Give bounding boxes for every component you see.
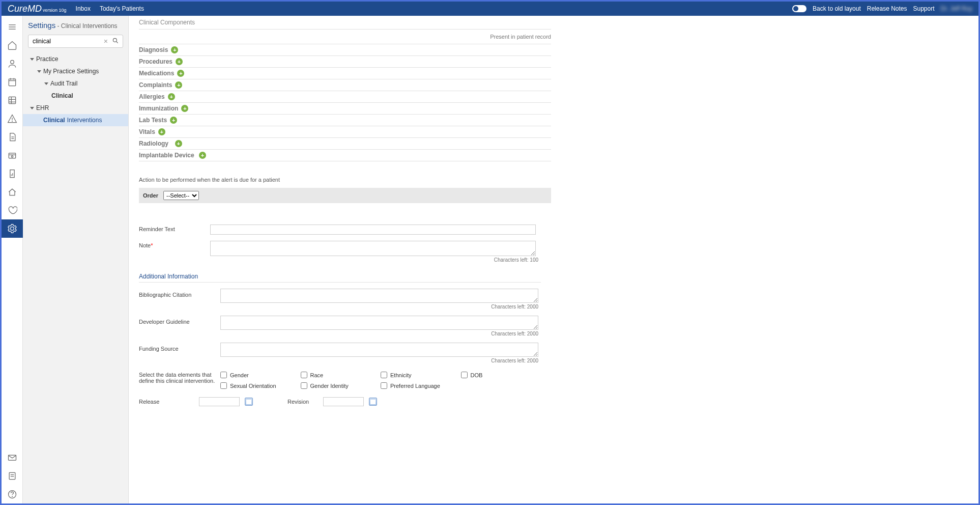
component-procedures: Procedures+	[139, 56, 551, 68]
dev-guideline-row: Developer Guideline	[139, 316, 551, 330]
component-diagnosis: Diagnosis+	[139, 44, 551, 56]
house-icon[interactable]	[2, 183, 23, 201]
tree-ehr[interactable]: EHR	[23, 102, 128, 114]
release-label: Release	[139, 399, 194, 405]
clear-search-icon[interactable]: ×	[104, 37, 108, 45]
chevron-down-icon	[30, 107, 34, 109]
add-lab-tests-icon[interactable]: +	[170, 117, 177, 124]
svg-line-28	[117, 42, 118, 43]
support-link[interactable]: Support	[913, 5, 935, 12]
tree-clinical-interventions[interactable]: Clinical Interventions	[23, 114, 128, 126]
biblio-label: Bibliographic Citation	[139, 289, 220, 298]
nav-inbox[interactable]: Inbox	[76, 5, 91, 12]
search-icon[interactable]	[112, 37, 119, 46]
add-immunization-icon[interactable]: +	[181, 105, 188, 112]
person-icon[interactable]	[2, 54, 23, 73]
tree-audit-trail[interactable]: Audit Trail	[23, 77, 128, 90]
race-label: Race	[310, 372, 324, 378]
settings-search: ×	[28, 35, 123, 48]
sexual-orientation-label: Sexual Orientation	[230, 383, 276, 389]
note-row: Note*	[139, 241, 551, 256]
note-label: Note*	[139, 241, 210, 248]
release-calendar-icon[interactable]	[245, 398, 253, 406]
user-name[interactable]: Dr. Jeff Roy	[941, 5, 972, 12]
component-implantable: Implantable Device +	[139, 150, 551, 161]
content: Clinical Components Present in patient r…	[129, 16, 978, 503]
menu-icon[interactable]	[2, 18, 23, 36]
sidepanel: Settings - Clinical Interventions × Prac…	[23, 16, 129, 503]
clinical-components-header: Clinical Components	[139, 16, 551, 29]
add-procedures-icon[interactable]: +	[176, 58, 183, 65]
sidepanel-header: Settings - Clinical Interventions	[23, 21, 128, 35]
svg-rect-8	[9, 97, 15, 103]
reminder-text-input[interactable]	[210, 225, 536, 235]
component-immunization: Immunization+	[139, 103, 551, 115]
note-textarea[interactable]	[210, 241, 536, 256]
svg-point-13	[12, 121, 13, 122]
topbar: CureMDversion 10g Inbox Today's Patients…	[2, 2, 978, 16]
dob-label: DOB	[471, 372, 483, 378]
calendar-icon[interactable]	[2, 73, 23, 91]
revision-calendar-icon[interactable]	[369, 398, 377, 406]
action-text: Action to be performed when the alert is…	[139, 177, 551, 183]
release-input[interactable]	[199, 397, 240, 406]
add-radiology-icon[interactable]: +	[175, 140, 182, 147]
svg-point-27	[113, 38, 117, 42]
revision-input[interactable]	[323, 397, 364, 406]
funding-row: Funding Source	[139, 343, 551, 357]
home-icon[interactable]	[2, 36, 23, 54]
component-complaints: Complaints+	[139, 79, 551, 91]
biblio-row: Bibliographic Citation	[139, 289, 551, 303]
add-vitals-icon[interactable]: +	[158, 128, 165, 135]
help-icon[interactable]	[2, 485, 23, 503]
sexual-orientation-checkbox[interactable]	[220, 382, 227, 389]
data-elements-row: Select the data elements that define thi…	[139, 372, 541, 389]
chevron-down-icon	[44, 82, 48, 85]
component-vitals: Vitals+	[139, 126, 551, 138]
biblio-textarea[interactable]	[220, 289, 538, 303]
chevron-down-icon	[37, 70, 41, 73]
svg-rect-22	[9, 472, 15, 479]
back-to-old-layout[interactable]: Back to old layout	[813, 5, 861, 12]
reminder-text-label: Reminder Text	[139, 225, 210, 232]
dev-guideline-label: Developer Guideline	[139, 316, 220, 325]
tree-clinical[interactable]: Clinical	[23, 90, 128, 102]
funding-textarea[interactable]	[220, 343, 538, 357]
search-input[interactable]	[28, 35, 123, 48]
preferred-language-checkbox[interactable]	[381, 382, 387, 389]
mail-icon[interactable]	[2, 448, 23, 467]
nav-todays-patients[interactable]: Today's Patients	[100, 5, 144, 12]
alert-icon[interactable]	[2, 109, 23, 128]
settings-icon[interactable]	[2, 219, 23, 238]
ethnicity-checkbox[interactable]	[381, 372, 387, 378]
ethnicity-label: Ethnicity	[390, 372, 412, 378]
svg-point-3	[11, 60, 14, 64]
gender-checkbox[interactable]	[220, 372, 227, 378]
logo: CureMDversion 10g	[8, 4, 67, 14]
notes-icon[interactable]	[2, 467, 23, 485]
grid-icon[interactable]	[2, 91, 23, 109]
gender-identity-checkbox[interactable]	[301, 382, 307, 389]
add-medications-icon[interactable]: +	[177, 70, 184, 77]
race-checkbox[interactable]	[301, 372, 307, 378]
dob-checkbox[interactable]	[461, 372, 468, 378]
report-icon[interactable]	[2, 164, 23, 183]
add-allergies-icon[interactable]: +	[168, 93, 175, 100]
add-complaints-icon[interactable]: +	[175, 81, 182, 89]
document-icon[interactable]	[2, 128, 23, 146]
add-implantable-icon[interactable]: +	[199, 152, 206, 159]
dev-guideline-textarea[interactable]	[220, 316, 538, 330]
release-notes-link[interactable]: Release Notes	[867, 5, 907, 12]
order-label: Order	[143, 192, 158, 199]
reminder-text-row: Reminder Text	[139, 225, 551, 235]
layout-toggle[interactable]	[792, 5, 806, 12]
gender-label: Gender	[230, 372, 249, 378]
billing-icon[interactable]	[2, 146, 23, 164]
heart-icon[interactable]	[2, 201, 23, 219]
tree-practice[interactable]: Practice	[23, 53, 128, 65]
add-diagnosis-icon[interactable]: +	[171, 46, 178, 53]
additional-info-header: Additional Information	[139, 273, 541, 283]
component-medications: Medications+	[139, 68, 551, 79]
tree-my-practice-settings[interactable]: My Practice Settings	[23, 65, 128, 77]
order-select[interactable]: --Select--	[163, 191, 199, 200]
